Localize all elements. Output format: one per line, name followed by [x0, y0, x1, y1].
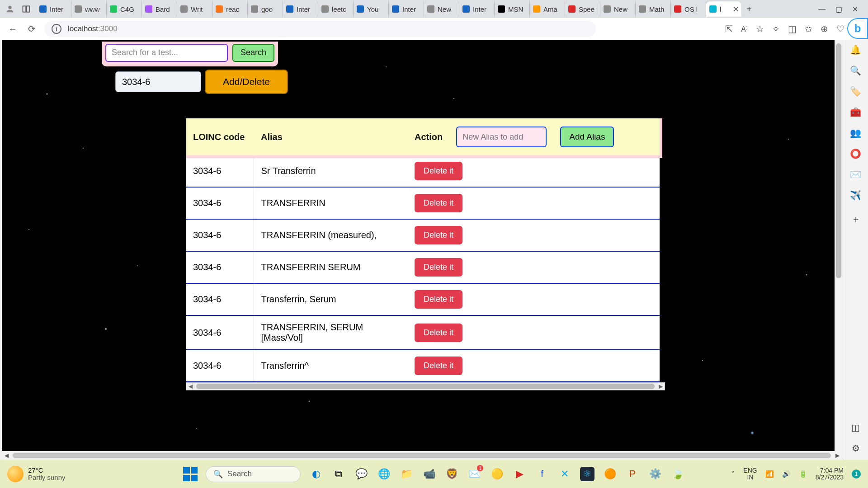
svg-rect-12: [357, 5, 364, 13]
browser-tab[interactable]: www: [71, 1, 107, 17]
table-horizontal-scrollbar[interactable]: ◀▶: [186, 382, 665, 390]
sidebar-panel-icon[interactable]: ◫: [851, 422, 860, 433]
maximize-icon[interactable]: ▢: [835, 5, 842, 14]
loinc-code-input[interactable]: [115, 71, 201, 92]
add-sidebar-icon[interactable]: ＋: [851, 213, 860, 225]
weather-widget[interactable]: 27°C Partly sunny: [7, 466, 66, 482]
split-screen-icon[interactable]: ◫: [788, 23, 797, 34]
delete-button[interactable]: Delete it: [415, 226, 462, 244]
chrome-canary-icon[interactable]: 🟠: [603, 467, 617, 481]
react-devtools-icon[interactable]: ⚛: [580, 467, 594, 481]
svg-rect-2: [27, 6, 30, 12]
notification-center-icon[interactable]: 1: [852, 469, 861, 479]
browser-tab[interactable]: Inter: [459, 1, 495, 17]
meet-icon[interactable]: 📹: [422, 467, 436, 481]
edge-icon[interactable]: 🌐: [377, 467, 391, 481]
browser-tab[interactable]: Inter: [283, 1, 318, 17]
browser-tab[interactable]: You: [354, 1, 389, 17]
battery-icon[interactable]: 🔋: [799, 470, 807, 478]
browser-tab[interactable]: Math: [636, 1, 671, 17]
back-icon[interactable]: ←: [6, 23, 19, 35]
new-tab-button[interactable]: +: [741, 4, 757, 14]
minimize-icon[interactable]: —: [818, 5, 826, 14]
site-info-icon[interactable]: i: [52, 24, 61, 34]
add-alias-button[interactable]: Add Alias: [560, 127, 614, 147]
powerpoint-icon[interactable]: P: [625, 467, 640, 481]
delete-button[interactable]: Delete it: [415, 162, 462, 180]
browser-tab[interactable]: Ama: [530, 1, 565, 17]
search-button[interactable]: Search: [232, 44, 274, 62]
browser-tab[interactable]: New: [424, 1, 459, 17]
browser-tab[interactable]: reac: [212, 1, 248, 17]
delete-button[interactable]: Delete it: [415, 357, 462, 375]
collections-icon[interactable]: ⊕: [821, 23, 828, 34]
extensions-icon[interactable]: ✧: [772, 23, 780, 34]
start-button[interactable]: [183, 467, 198, 481]
outlook-icon[interactable]: ✉️: [850, 169, 861, 180]
page-vertical-scrollbar[interactable]: [835, 40, 843, 454]
page-horizontal-scrollbar[interactable]: ◀▶: [2, 451, 842, 460]
mail-icon[interactable]: ✉️1: [467, 467, 481, 481]
open-external-icon[interactable]: ⇱: [725, 23, 733, 34]
tab-close-icon[interactable]: ✕: [733, 5, 739, 14]
brave-icon[interactable]: 🦁: [444, 467, 459, 481]
language-indicator[interactable]: ENGIN: [743, 467, 757, 481]
refresh-icon[interactable]: ⟳: [25, 23, 38, 35]
tray-overflow-icon[interactable]: ˄: [731, 470, 735, 478]
shopping-tag-icon[interactable]: 🏷️: [850, 86, 861, 97]
chat-icon[interactable]: 💬: [354, 467, 368, 481]
browser-tab[interactable]: OS l: [671, 1, 706, 17]
browser-tab[interactable]: Spee: [565, 1, 600, 17]
favorites-bar-icon[interactable]: ✩: [805, 23, 812, 34]
add-delete-button[interactable]: Add/Delete: [205, 70, 288, 94]
browser-tab[interactable]: Inter: [389, 1, 424, 17]
youtube-icon[interactable]: ▶: [512, 467, 527, 481]
browser-tab[interactable]: Writ: [177, 1, 212, 17]
browser-tab[interactable]: New: [600, 1, 636, 17]
notifications-icon[interactable]: 🔔: [850, 44, 861, 55]
delete-button[interactable]: Delete it: [415, 290, 462, 309]
tab-actions-icon[interactable]: [20, 3, 33, 15]
search-icon[interactable]: 🔍: [850, 65, 861, 76]
cell-action: Delete it: [407, 187, 660, 219]
settings-icon[interactable]: ⚙: [852, 443, 860, 454]
url-input[interactable]: i localhost:3000: [44, 21, 596, 37]
toolbox-icon[interactable]: 🧰: [850, 107, 861, 117]
copilot-icon[interactable]: ◐: [309, 467, 323, 481]
browser-tab[interactable]: leetc: [318, 1, 354, 17]
delete-button[interactable]: Delete it: [415, 324, 462, 342]
new-alias-input[interactable]: [456, 127, 547, 147]
cell-loinc: 3034-6: [186, 350, 254, 382]
browser-tab[interactable]: Inter: [36, 1, 71, 17]
office-icon[interactable]: ⭕: [850, 148, 861, 159]
close-window-icon[interactable]: ✕: [852, 5, 858, 14]
favorite-icon[interactable]: ☆: [756, 23, 764, 34]
delete-button[interactable]: Delete it: [415, 194, 462, 212]
volume-icon[interactable]: 🔊: [782, 470, 791, 478]
search-input[interactable]: [105, 44, 228, 62]
browser-tab[interactable]: l✕: [706, 1, 741, 17]
explorer-icon[interactable]: 📁: [399, 467, 414, 481]
performance-icon[interactable]: ♡: [836, 23, 844, 34]
browser-tab[interactable]: C4G: [107, 1, 142, 17]
clock[interactable]: 7:04 PM8/27/2023: [816, 467, 844, 481]
send-icon[interactable]: ✈️: [850, 190, 861, 201]
chrome-icon[interactable]: 🟡: [490, 467, 504, 481]
people-icon[interactable]: 👥: [850, 127, 861, 138]
browser-tab[interactable]: goo: [248, 1, 283, 17]
taskbar-search[interactable]: 🔍 Search: [206, 466, 301, 482]
facebook-icon[interactable]: f: [535, 467, 549, 481]
delete-button[interactable]: Delete it: [415, 258, 462, 277]
wifi-icon[interactable]: 📶: [765, 470, 774, 478]
leaf-app-icon[interactable]: 🍃: [670, 467, 685, 481]
profile-icon[interactable]: [4, 3, 16, 15]
taskview-icon[interactable]: ⧉: [331, 467, 346, 481]
tab-favicon-icon: [497, 5, 505, 13]
cell-alias: Sr Transferrin: [254, 155, 407, 187]
browser-tab[interactable]: Bard: [142, 1, 177, 17]
vscode-icon[interactable]: ✕: [557, 467, 572, 481]
settings-app-icon[interactable]: ⚙️: [648, 467, 662, 481]
read-aloud-icon[interactable]: A⁾: [741, 25, 748, 33]
bing-sidebar-button[interactable]: b: [847, 18, 868, 39]
browser-tab[interactable]: MSN: [495, 1, 530, 17]
